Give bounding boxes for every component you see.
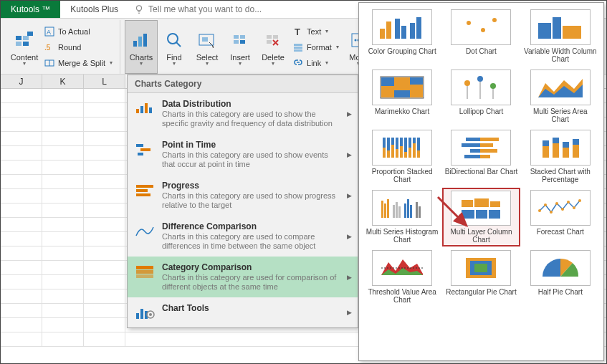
svg-rect-87 (383, 148, 386, 158)
svg-rect-48 (136, 313, 139, 319)
data-distribution-icon (133, 99, 158, 118)
charts-gallery: Color Grouping Chart Dot Chart Variable … (358, 2, 604, 361)
svg-point-134 (567, 201, 570, 203)
gallery-rectangular-pie[interactable]: Rectangular Pie Chart (442, 248, 520, 307)
gallery-multi-series-area[interactable]: Multi Series Area Chart (522, 67, 599, 126)
svg-rect-95 (417, 150, 420, 158)
svg-rect-105 (543, 140, 549, 146)
insert-button[interactable]: Insert▾ (224, 20, 257, 74)
gallery-dot-chart[interactable]: Dot Chart (442, 7, 520, 66)
tab-kutools[interactable]: Kutools ™ (1, 1, 60, 18)
svg-rect-106 (553, 143, 559, 158)
svg-rect-98 (462, 143, 480, 147)
charts-button[interactable]: Charts▾ (125, 20, 158, 74)
dropdown-header: Charts Category (128, 75, 358, 93)
svg-point-77 (490, 83, 496, 89)
svg-rect-49 (140, 309, 143, 319)
svg-rect-18 (234, 35, 239, 39)
text-button[interactable]: TText▾ (290, 25, 342, 38)
to-actual-button[interactable]: ATo Actual (41, 25, 115, 38)
tab-kutools-plus[interactable]: Kutools Plus (60, 1, 128, 18)
svg-rect-123 (462, 200, 473, 207)
svg-point-60 (481, 28, 485, 32)
svg-rect-38 (149, 107, 152, 113)
svg-point-131 (550, 211, 553, 214)
svg-rect-112 (381, 201, 383, 218)
merge-split-button[interactable]: Merge & Split▾ (41, 57, 115, 70)
dd-data-distribution[interactable]: Data DistributionCharts in this category… (128, 93, 358, 134)
svg-rect-99 (480, 143, 493, 147)
dd-progress[interactable]: ProgressCharts in this category are used… (128, 175, 358, 216)
svg-rect-124 (474, 198, 489, 207)
svg-point-59 (467, 21, 471, 25)
svg-rect-35 (136, 109, 139, 113)
gallery-marimekko[interactable]: Marimekko Chart (363, 67, 441, 126)
svg-rect-111 (573, 139, 579, 145)
svg-rect-5 (27, 32, 33, 36)
svg-point-130 (544, 203, 547, 206)
svg-rect-67 (394, 77, 410, 90)
col-header[interactable]: J (1, 75, 42, 88)
gallery-forecast[interactable]: Forecast Chart (522, 188, 599, 246)
svg-point-129 (538, 209, 541, 212)
svg-rect-119 (407, 199, 409, 218)
gallery-color-grouping[interactable]: Color Grouping Chart (363, 7, 441, 66)
gallery-proportion-stacked[interactable]: Proportion Stacked Chart (363, 128, 441, 186)
svg-rect-22 (267, 35, 272, 39)
svg-rect-3 (16, 42, 21, 46)
chevron-right-icon: ▶ (347, 233, 352, 240)
svg-rect-118 (404, 203, 406, 218)
dd-point-in-time[interactable]: Point in TimeCharts in this category are… (128, 134, 358, 175)
svg-rect-46 (136, 270, 153, 274)
round-icon: .5 (44, 42, 55, 53)
svg-rect-62 (538, 23, 551, 39)
gallery-bidirectional-bar[interactable]: BiDirectional Bar Chart (442, 128, 520, 186)
svg-rect-104 (543, 146, 549, 158)
gallery-multi-series-histogram[interactable]: Multi Series Histogram Chart (363, 188, 441, 246)
svg-rect-115 (393, 205, 395, 218)
delete-button[interactable]: Delete▾ (257, 20, 290, 74)
svg-rect-24 (267, 40, 272, 44)
svg-rect-2 (23, 36, 29, 40)
content-icon (14, 30, 34, 50)
content-button[interactable]: Content▾ (8, 20, 41, 74)
chevron-right-icon: ▶ (347, 274, 352, 281)
format-button[interactable]: Format▾ (290, 41, 342, 54)
svg-point-132 (555, 202, 558, 205)
dd-difference-comparison[interactable]: Difference ComparisonCharts in this cate… (128, 216, 358, 257)
svg-rect-116 (396, 202, 398, 218)
svg-rect-90 (396, 149, 398, 158)
gallery-lollipop[interactable]: Lollipop Chart (442, 67, 520, 126)
svg-text:A: A (47, 29, 51, 36)
svg-rect-1 (16, 36, 21, 40)
svg-rect-47 (136, 274, 153, 278)
svg-rect-66 (381, 86, 394, 97)
svg-rect-108 (563, 148, 569, 158)
gallery-multi-layer-column[interactable]: Multi Layer Column Chart (442, 188, 520, 246)
chevron-right-icon: ▶ (347, 110, 352, 118)
svg-rect-4 (23, 42, 29, 46)
dd-category-comparison[interactable]: Category ComparisonCharts in this catego… (128, 257, 358, 297)
svg-rect-44 (136, 193, 150, 196)
round-button[interactable]: .5Round (41, 41, 115, 54)
svg-rect-122 (419, 206, 421, 218)
svg-point-61 (492, 18, 497, 22)
gallery-half-pie[interactable]: Half Pie Chart (522, 248, 599, 307)
select-button[interactable]: Select▾ (191, 20, 224, 74)
svg-rect-56 (401, 26, 406, 39)
gallery-threshold-area[interactable]: Threshold Value Area Chart (363, 248, 441, 307)
dd-chart-tools[interactable]: Chart Tools ▶ (128, 297, 358, 327)
gallery-stacked-percentage[interactable]: Stacked Chart with Percentage (522, 128, 599, 186)
svg-rect-12 (138, 37, 142, 47)
svg-rect-29 (294, 47, 302, 49)
gallery-variable-width[interactable]: Variable Width Column Chart (522, 7, 599, 66)
svg-rect-120 (410, 205, 412, 218)
find-button[interactable]: Find▾ (158, 20, 191, 74)
link-button[interactable]: Link▾ (290, 57, 342, 70)
select-icon (198, 31, 216, 49)
col-header[interactable]: K (42, 75, 84, 88)
col-header[interactable]: L (84, 75, 125, 88)
svg-rect-21 (240, 40, 245, 44)
svg-rect-97 (480, 138, 499, 141)
svg-rect-93 (408, 148, 411, 158)
